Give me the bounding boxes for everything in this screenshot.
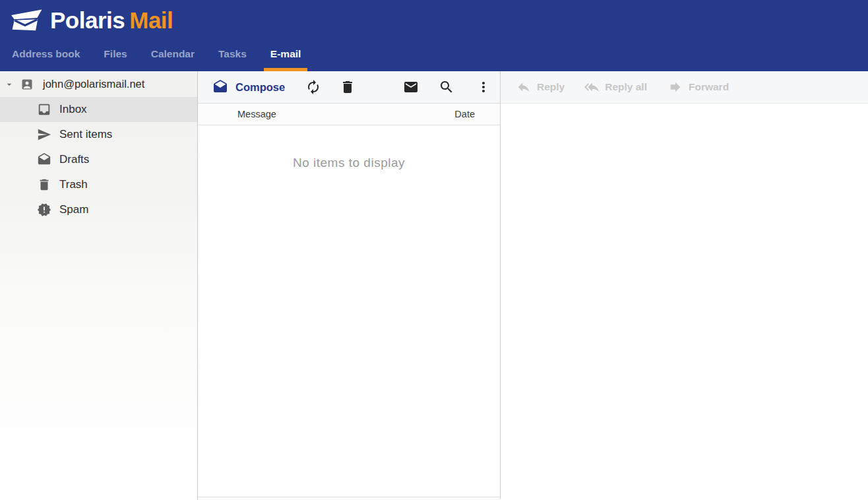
compose-envelope-icon (212, 79, 228, 95)
tab-address-book[interactable]: Address book (5, 40, 86, 71)
tab-calendar[interactable]: Calendar (144, 40, 201, 71)
sidebar-item-label: Trash (59, 178, 88, 191)
logo-text: PolarisMail (50, 9, 173, 32)
reply-button[interactable]: Reply (516, 80, 565, 94)
reading-pane-toolbar: Reply Reply all Forward (501, 71, 868, 104)
reply-label: Reply (537, 81, 565, 93)
search-icon (439, 79, 454, 95)
forward-label: Forward (689, 81, 729, 93)
more-vert-icon (476, 79, 491, 95)
mail-icon (403, 79, 419, 95)
sidebar-item-label: Spam (59, 203, 88, 216)
more-menu-button[interactable] (475, 78, 492, 96)
account-email: john@polarismail.net (43, 78, 144, 90)
list-column-headers: Message Date (198, 104, 500, 125)
reply-icon (516, 80, 531, 94)
person-icon (20, 78, 34, 91)
delete-button[interactable] (339, 78, 356, 96)
tab-email[interactable]: E-mail (264, 40, 308, 71)
column-header-date[interactable]: Date (454, 109, 475, 119)
logo-text-secondary: Mail (129, 7, 173, 33)
sidebar-item-drafts[interactable]: Drafts (0, 147, 197, 172)
refresh-icon (305, 79, 321, 95)
reply-all-button[interactable]: Reply all (584, 80, 647, 94)
trash-icon (37, 177, 51, 192)
logo-row: PolarisMail (0, 0, 868, 40)
reply-all-icon (584, 80, 599, 94)
sidebar-item-trash[interactable]: Trash (0, 172, 197, 197)
empty-list-message: No items to display (293, 156, 405, 170)
reply-all-label: Reply all (605, 81, 647, 93)
sidebar-item-label: Sent items (59, 128, 112, 141)
compose-label: Compose (235, 81, 285, 94)
top-nav: Address book Files Calendar Tasks E-mail (0, 40, 868, 71)
message-list-toolbar: Compose (198, 71, 500, 104)
logo-text-primary: Polaris (50, 7, 125, 33)
sidebar-item-sent-items[interactable]: Sent items (0, 122, 197, 147)
account-row[interactable]: john@polarismail.net (0, 71, 197, 97)
forward-button[interactable]: Forward (668, 80, 729, 94)
mark-mail-button[interactable] (402, 78, 419, 96)
column-header-message[interactable]: Message (237, 109, 276, 119)
folder-list: Inbox Sent items Drafts (0, 97, 197, 222)
forward-icon (668, 80, 683, 94)
tab-files[interactable]: Files (97, 40, 133, 71)
folder-sidebar: john@polarismail.net Inbox Sent items (0, 71, 198, 500)
drafts-icon (37, 152, 51, 167)
inbox-icon (37, 102, 51, 117)
message-list-empty-area: No items to display (198, 125, 500, 497)
polaris-envelope-logo-icon (9, 7, 45, 33)
compose-button[interactable]: Compose (212, 79, 285, 95)
chevron-down-icon[interactable] (4, 79, 15, 90)
sidebar-item-label: Drafts (59, 153, 89, 166)
refresh-button[interactable] (305, 78, 322, 96)
polaris-mail-app: PolarisMail Address book Files Calendar … (0, 0, 868, 500)
sidebar-item-label: Inbox (59, 103, 87, 116)
reading-pane: Reply Reply all Forward (501, 71, 868, 500)
send-icon (37, 127, 51, 142)
sidebar-item-inbox[interactable]: Inbox (0, 97, 197, 122)
delete-icon (340, 79, 356, 95)
message-list-panel: Compose (198, 71, 501, 500)
tab-tasks[interactable]: Tasks (212, 40, 253, 71)
app-header: PolarisMail Address book Files Calendar … (0, 0, 868, 71)
main-area: john@polarismail.net Inbox Sent items (0, 71, 868, 500)
search-button[interactable] (438, 78, 455, 96)
spam-icon (37, 203, 51, 217)
reading-pane-content (501, 104, 868, 497)
sidebar-item-spam[interactable]: Spam (0, 197, 197, 222)
